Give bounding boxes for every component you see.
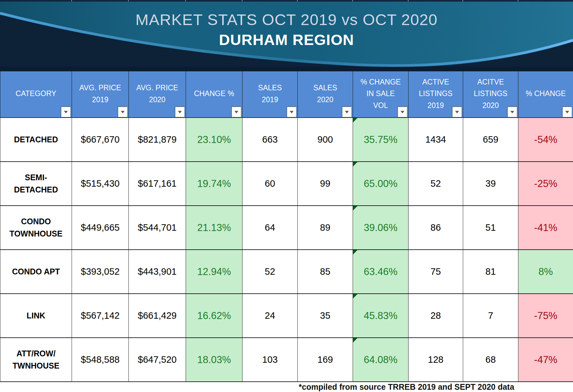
cell-semi-detached-pct-change[interactable]: -25% [518, 162, 573, 206]
footer: *compiled from source TRREB 2019 and SEP… [0, 382, 573, 392]
filter-dropdown-active-listings-2019[interactable] [452, 107, 462, 117]
page-title: MARKET STATS OCT 2019 vs OCT 2020 [0, 11, 573, 29]
cell-detached-pct-change-in-sale-vol[interactable]: 35.75% [353, 118, 409, 162]
cell-semi-detached-avg-price-2020[interactable]: $617,161 [129, 162, 186, 206]
cell-att-row-twnhouse-category[interactable]: ATT/ROW/ TWNHOUSE [0, 338, 72, 382]
stats-table: CATEGORYAVG. PRICE 2019AVG. PRICE 2020CH… [0, 71, 573, 382]
cell-att-row-twnhouse-pct-change-in-sale-vol[interactable]: 64.08% [353, 338, 409, 382]
filter-dropdown-pct-change[interactable] [562, 107, 572, 117]
chevron-down-icon [345, 111, 349, 113]
cell-att-row-twnhouse-avg-price-2019[interactable]: $548,588 [72, 338, 129, 382]
cell-att-row-twnhouse-active-listings-2020[interactable]: 68 [463, 338, 518, 382]
cell-link-category[interactable]: LINK [0, 294, 72, 338]
filter-dropdown-pct-change-in-sale-vol[interactable] [398, 107, 407, 117]
chevron-down-icon [121, 111, 125, 113]
column-header-label: SALES 2019 [258, 82, 282, 105]
filter-dropdown-category[interactable] [61, 107, 71, 117]
filter-dropdown-avg-price-2020[interactable] [175, 107, 185, 117]
cell-detached-avg-price-2019[interactable]: $667,670 [72, 118, 129, 162]
cell-condo-townhouse-avg-price-2019[interactable]: $449,665 [72, 206, 129, 250]
column-header-sales-2019: SALES 2019 [242, 71, 298, 118]
header-banner: MARKET STATS OCT 2019 vs OCT 2020 DURHAM… [0, 0, 573, 71]
cell-semi-detached-change-pct[interactable]: 19.74% [186, 162, 242, 206]
cell-detached-avg-price-2020[interactable]: $821,879 [129, 118, 186, 162]
column-header-label: % CHANGE [525, 88, 566, 99]
column-header-label: ACITVE LISTINGS 2020 [474, 76, 507, 111]
cell-condo-townhouse-active-listings-2020[interactable]: 51 [463, 206, 518, 250]
cell-detached-sales-2020[interactable]: 900 [298, 118, 353, 162]
cell-semi-detached-active-listings-2020[interactable]: 39 [463, 162, 518, 206]
cell-condo-townhouse-pct-change[interactable]: -41% [518, 206, 573, 250]
cell-detached-active-listings-2019[interactable]: 1434 [409, 118, 463, 162]
column-header-active-listings-2020: ACITVE LISTINGS 2020 [463, 71, 518, 118]
cell-semi-detached-category[interactable]: SEMI- DETACHED [0, 162, 72, 206]
chevron-down-icon [565, 111, 569, 113]
chevron-down-icon [510, 111, 514, 113]
cell-condo-townhouse-sales-2020[interactable]: 89 [298, 206, 353, 250]
cell-semi-detached-avg-price-2019[interactable]: $515,430 [72, 162, 129, 206]
column-header-label: AVG. PRICE 2019 [79, 82, 121, 105]
cell-detached-active-listings-2020[interactable]: 659 [463, 118, 518, 162]
cell-condo-apt-change-pct[interactable]: 12.94% [186, 250, 242, 294]
source-footnote: *compiled from source TRREB 2019 and SEP… [299, 382, 514, 392]
cell-condo-apt-sales-2019[interactable]: 52 [242, 250, 298, 294]
chevron-down-icon [64, 111, 68, 113]
cell-semi-detached-sales-2020[interactable]: 99 [298, 162, 353, 206]
cell-condo-townhouse-active-listings-2019[interactable]: 86 [409, 206, 463, 250]
cell-condo-apt-category[interactable]: CONDO APT [0, 250, 72, 294]
cell-detached-change-pct[interactable]: 23.10% [186, 118, 242, 162]
column-header-avg-price-2020: AVG. PRICE 2020 [129, 71, 186, 118]
cell-semi-detached-sales-2019[interactable]: 60 [242, 162, 298, 206]
cell-condo-townhouse-avg-price-2020[interactable]: $544,701 [129, 206, 186, 250]
cell-att-row-twnhouse-avg-price-2020[interactable]: $647,520 [129, 338, 186, 382]
chevron-down-icon [178, 111, 182, 113]
cell-att-row-twnhouse-sales-2019[interactable]: 103 [242, 338, 298, 382]
cell-link-change-pct[interactable]: 16.62% [186, 294, 242, 338]
filter-dropdown-sales-2019[interactable] [287, 107, 296, 117]
cell-detached-pct-change[interactable]: -54% [518, 118, 573, 162]
chevron-down-icon [401, 111, 404, 113]
cell-link-active-listings-2020[interactable]: 7 [463, 294, 518, 338]
filter-dropdown-change-pct[interactable] [232, 107, 241, 117]
cell-link-sales-2019[interactable]: 24 [242, 294, 298, 338]
column-header-label: ACTIVE LISTINGS 2019 [419, 76, 453, 111]
column-header-label: % CHANGE IN SALE VOL [360, 76, 401, 111]
cell-att-row-twnhouse-sales-2020[interactable]: 169 [298, 338, 353, 382]
filter-dropdown-sales-2020[interactable] [342, 107, 352, 117]
cell-semi-detached-active-listings-2019[interactable]: 52 [409, 162, 463, 206]
cell-link-sales-2020[interactable]: 35 [298, 294, 353, 338]
cell-detached-sales-2019[interactable]: 663 [242, 118, 298, 162]
cell-att-row-twnhouse-change-pct[interactable]: 18.03% [186, 338, 242, 382]
cell-link-pct-change[interactable]: -75% [518, 294, 573, 338]
column-header-label: CATEGORY [16, 88, 57, 99]
cell-condo-townhouse-sales-2019[interactable]: 64 [242, 206, 298, 250]
filter-dropdown-avg-price-2019[interactable] [118, 107, 128, 117]
cell-condo-apt-active-listings-2020[interactable]: 81 [463, 250, 518, 294]
cell-condo-townhouse-change-pct[interactable]: 21.13% [186, 206, 242, 250]
cell-att-row-twnhouse-pct-change[interactable]: -47% [518, 338, 573, 382]
cell-condo-townhouse-category[interactable]: CONDO TOWNHOUSE [0, 206, 72, 250]
cell-condo-apt-avg-price-2020[interactable]: $443,901 [129, 250, 186, 294]
column-header-sales-2020: SALES 2020 [298, 71, 353, 118]
spreadsheet-page: MARKET STATS OCT 2019 vs OCT 2020 DURHAM… [0, 0, 573, 392]
column-header-change-pct: CHANGE % [186, 71, 242, 118]
cell-link-pct-change-in-sale-vol[interactable]: 45.83% [353, 294, 409, 338]
column-header-label: SALES 2020 [313, 82, 337, 105]
cell-link-active-listings-2019[interactable]: 28 [409, 294, 463, 338]
cell-condo-apt-sales-2020[interactable]: 85 [298, 250, 353, 294]
column-header-avg-price-2019: AVG. PRICE 2019 [72, 71, 129, 118]
cell-condo-apt-pct-change[interactable]: 8% [518, 250, 573, 294]
cell-condo-townhouse-pct-change-in-sale-vol[interactable]: 39.06% [353, 206, 409, 250]
column-header-category: CATEGORY [0, 71, 72, 118]
cell-semi-detached-pct-change-in-sale-vol[interactable]: 65.00% [353, 162, 409, 206]
column-header-active-listings-2019: ACTIVE LISTINGS 2019 [409, 71, 463, 118]
cell-condo-apt-avg-price-2019[interactable]: $393,052 [72, 250, 129, 294]
cell-link-avg-price-2019[interactable]: $567,142 [72, 294, 129, 338]
filter-dropdown-active-listings-2020[interactable] [507, 107, 517, 117]
cell-detached-category[interactable]: DETACHED [0, 118, 72, 162]
cell-condo-apt-active-listings-2019[interactable]: 75 [409, 250, 463, 294]
cell-att-row-twnhouse-active-listings-2019[interactable]: 128 [409, 338, 463, 382]
chevron-down-icon [455, 111, 459, 113]
cell-condo-apt-pct-change-in-sale-vol[interactable]: 63.46% [353, 250, 409, 294]
cell-link-avg-price-2020[interactable]: $661,429 [129, 294, 186, 338]
